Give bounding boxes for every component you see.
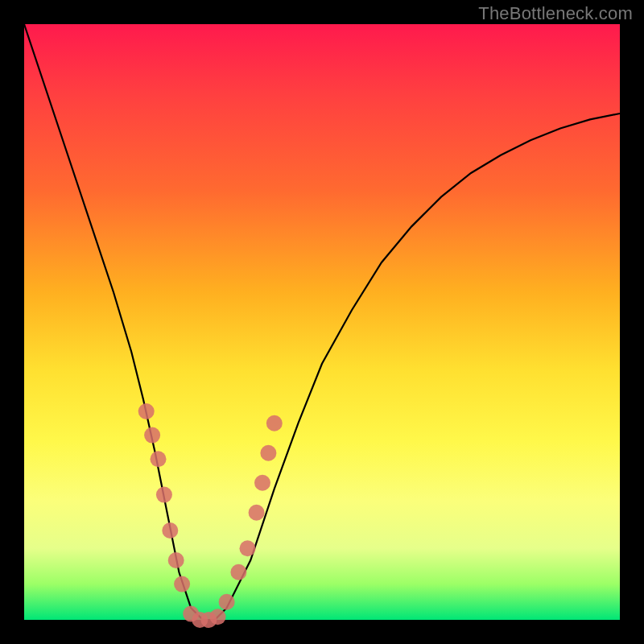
watermark-text: TheBottleneck.com bbox=[478, 3, 633, 24]
chart-frame: TheBottleneck.com bbox=[0, 0, 644, 644]
curve-marker bbox=[240, 540, 256, 556]
curve-marker bbox=[174, 576, 190, 592]
curve-marker bbox=[260, 445, 276, 461]
curve-marker bbox=[156, 487, 172, 503]
curve-marker bbox=[168, 552, 184, 568]
curve-marker bbox=[162, 522, 178, 539]
bottleneck-curve-path bbox=[24, 24, 620, 620]
bottleneck-curve-svg bbox=[24, 24, 620, 620]
curve-marker bbox=[138, 403, 155, 419]
marker-layer bbox=[138, 403, 283, 628]
curve-marker bbox=[210, 609, 226, 625]
curve-marker bbox=[219, 594, 235, 610]
curve-marker bbox=[151, 451, 167, 467]
curve-marker bbox=[144, 427, 160, 444]
curve-marker bbox=[254, 475, 270, 491]
plot-area bbox=[24, 24, 620, 620]
curve-marker bbox=[266, 415, 283, 431]
curve-marker bbox=[230, 564, 246, 580]
curve-marker bbox=[249, 505, 265, 521]
